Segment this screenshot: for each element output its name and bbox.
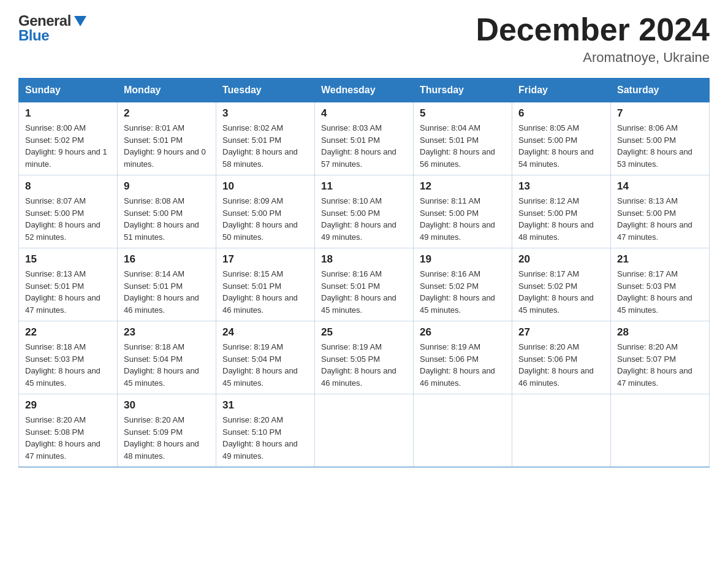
day-info: Sunrise: 8:14 AMSunset: 5:01 PMDaylight:… [124,268,210,316]
calendar-cell: 27Sunrise: 8:20 AMSunset: 5:06 PMDayligh… [512,321,611,394]
day-info: Sunrise: 8:19 AMSunset: 5:05 PMDaylight:… [321,341,407,389]
svg-marker-0 [74,16,86,26]
calendar-cell: 12Sunrise: 8:11 AMSunset: 5:00 PMDayligh… [414,175,512,248]
weekday-header-friday: Friday [512,79,611,102]
day-number: 4 [321,107,407,120]
day-number: 7 [617,107,703,120]
day-number: 16 [124,253,210,266]
logo: General Blue [18,12,88,44]
day-info: Sunrise: 8:09 AMSunset: 5:00 PMDaylight:… [222,195,308,243]
day-number: 10 [222,180,308,193]
calendar-cell: 31Sunrise: 8:20 AMSunset: 5:10 PMDayligh… [216,394,315,467]
calendar-cell: 6Sunrise: 8:05 AMSunset: 5:00 PMDaylight… [512,102,611,175]
day-info: Sunrise: 8:13 AMSunset: 5:01 PMDaylight:… [25,268,111,316]
calendar-cell: 15Sunrise: 8:13 AMSunset: 5:01 PMDayligh… [19,248,118,321]
calendar-cell [315,394,414,467]
day-number: 24 [222,326,308,339]
calendar-cell [414,394,512,467]
day-info: Sunrise: 8:20 AMSunset: 5:06 PMDaylight:… [518,341,604,389]
logo-arrow-icon [72,13,88,29]
day-number: 5 [420,107,506,120]
day-info: Sunrise: 8:17 AMSunset: 5:02 PMDaylight:… [518,268,604,316]
month-title: December 2024 [476,12,710,47]
calendar-cell: 9Sunrise: 8:08 AMSunset: 5:00 PMDaylight… [118,175,216,248]
day-info: Sunrise: 8:07 AMSunset: 5:00 PMDaylight:… [25,195,111,243]
weekday-header-monday: Monday [118,79,216,102]
day-number: 17 [222,253,308,266]
day-info: Sunrise: 8:06 AMSunset: 5:00 PMDaylight:… [617,122,703,170]
day-info: Sunrise: 8:19 AMSunset: 5:04 PMDaylight:… [222,341,308,389]
day-info: Sunrise: 8:20 AMSunset: 5:09 PMDaylight:… [124,414,210,462]
calendar-cell: 3Sunrise: 8:02 AMSunset: 5:01 PMDaylight… [216,102,315,175]
calendar-cell: 29Sunrise: 8:20 AMSunset: 5:08 PMDayligh… [19,394,118,467]
day-info: Sunrise: 8:15 AMSunset: 5:01 PMDaylight:… [222,268,308,316]
day-number: 26 [420,326,506,339]
weekday-header-row: SundayMondayTuesdayWednesdayThursdayFrid… [19,79,710,102]
calendar-week-row: 1Sunrise: 8:00 AMSunset: 5:02 PMDaylight… [19,102,710,175]
calendar-cell: 30Sunrise: 8:20 AMSunset: 5:09 PMDayligh… [118,394,216,467]
day-info: Sunrise: 8:20 AMSunset: 5:07 PMDaylight:… [617,341,703,389]
day-number: 3 [222,107,308,120]
calendar-cell: 2Sunrise: 8:01 AMSunset: 5:01 PMDaylight… [118,102,216,175]
day-info: Sunrise: 8:01 AMSunset: 5:01 PMDaylight:… [124,122,210,170]
logo-line2: Blue [18,27,49,44]
day-number: 1 [25,107,111,120]
day-info: Sunrise: 8:10 AMSunset: 5:00 PMDaylight:… [321,195,407,243]
day-info: Sunrise: 8:13 AMSunset: 5:00 PMDaylight:… [617,195,703,243]
day-number: 28 [617,326,703,339]
day-info: Sunrise: 8:16 AMSunset: 5:02 PMDaylight:… [420,268,506,316]
day-number: 15 [25,253,111,266]
day-info: Sunrise: 8:04 AMSunset: 5:01 PMDaylight:… [420,122,506,170]
day-number: 29 [25,399,111,412]
day-info: Sunrise: 8:17 AMSunset: 5:03 PMDaylight:… [617,268,703,316]
calendar-cell: 4Sunrise: 8:03 AMSunset: 5:01 PMDaylight… [315,102,414,175]
day-number: 22 [25,326,111,339]
day-number: 14 [617,180,703,193]
calendar-cell: 18Sunrise: 8:16 AMSunset: 5:01 PMDayligh… [315,248,414,321]
day-number: 6 [518,107,604,120]
calendar-cell: 13Sunrise: 8:12 AMSunset: 5:00 PMDayligh… [512,175,611,248]
weekday-header-thursday: Thursday [414,79,512,102]
day-number: 13 [518,180,604,193]
day-number: 11 [321,180,407,193]
calendar-week-row: 8Sunrise: 8:07 AMSunset: 5:00 PMDaylight… [19,175,710,248]
calendar-table: SundayMondayTuesdayWednesdayThursdayFrid… [18,78,710,467]
day-number: 21 [617,253,703,266]
calendar-cell [611,394,710,467]
day-info: Sunrise: 8:11 AMSunset: 5:00 PMDaylight:… [420,195,506,243]
calendar-week-row: 22Sunrise: 8:18 AMSunset: 5:03 PMDayligh… [19,321,710,394]
calendar-cell: 11Sunrise: 8:10 AMSunset: 5:00 PMDayligh… [315,175,414,248]
day-info: Sunrise: 8:05 AMSunset: 5:00 PMDaylight:… [518,122,604,170]
day-number: 31 [222,399,308,412]
day-info: Sunrise: 8:19 AMSunset: 5:06 PMDaylight:… [420,341,506,389]
day-number: 9 [124,180,210,193]
day-info: Sunrise: 8:20 AMSunset: 5:10 PMDaylight:… [222,414,308,462]
calendar-cell [512,394,611,467]
location-title: Aromatnoye, Ukraine [476,50,710,66]
day-number: 23 [124,326,210,339]
day-number: 30 [124,399,210,412]
weekday-header-tuesday: Tuesday [216,79,315,102]
day-number: 18 [321,253,407,266]
day-number: 20 [518,253,604,266]
day-info: Sunrise: 8:00 AMSunset: 5:02 PMDaylight:… [25,122,111,170]
day-number: 8 [25,180,111,193]
calendar-cell: 14Sunrise: 8:13 AMSunset: 5:00 PMDayligh… [611,175,710,248]
calendar-week-row: 29Sunrise: 8:20 AMSunset: 5:08 PMDayligh… [19,394,710,467]
weekday-header-wednesday: Wednesday [315,79,414,102]
day-info: Sunrise: 8:08 AMSunset: 5:00 PMDaylight:… [124,195,210,243]
day-info: Sunrise: 8:20 AMSunset: 5:08 PMDaylight:… [25,414,111,462]
calendar-cell: 23Sunrise: 8:18 AMSunset: 5:04 PMDayligh… [118,321,216,394]
day-info: Sunrise: 8:18 AMSunset: 5:03 PMDaylight:… [25,341,111,389]
calendar-cell: 8Sunrise: 8:07 AMSunset: 5:00 PMDaylight… [19,175,118,248]
day-number: 19 [420,253,506,266]
calendar-cell: 25Sunrise: 8:19 AMSunset: 5:05 PMDayligh… [315,321,414,394]
page-header: General Blue December 2024 Aromatnoye, U… [18,12,710,66]
calendar-cell: 20Sunrise: 8:17 AMSunset: 5:02 PMDayligh… [512,248,611,321]
day-info: Sunrise: 8:16 AMSunset: 5:01 PMDaylight:… [321,268,407,316]
calendar-cell: 28Sunrise: 8:20 AMSunset: 5:07 PMDayligh… [611,321,710,394]
calendar-cell: 7Sunrise: 8:06 AMSunset: 5:00 PMDaylight… [611,102,710,175]
day-number: 2 [124,107,210,120]
calendar-cell: 24Sunrise: 8:19 AMSunset: 5:04 PMDayligh… [216,321,315,394]
calendar-cell: 16Sunrise: 8:14 AMSunset: 5:01 PMDayligh… [118,248,216,321]
